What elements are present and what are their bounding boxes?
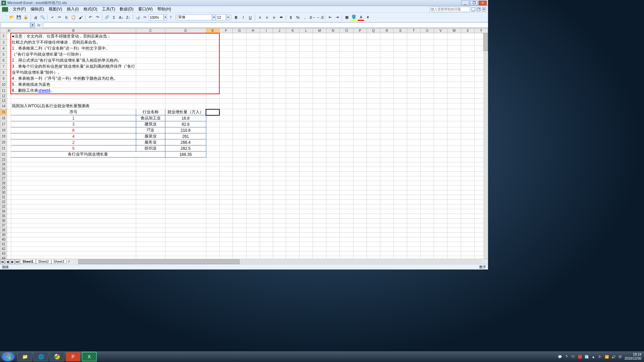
cell-K26[interactable]	[286, 172, 300, 176]
cell-F43[interactable]	[219, 251, 233, 256]
cell-L42[interactable]	[300, 247, 313, 251]
cell-U23[interactable]	[420, 158, 434, 162]
cell-L41[interactable]	[300, 242, 313, 247]
cell-V5[interactable]	[434, 51, 447, 57]
cell-F13[interactable]	[219, 99, 233, 103]
cell-F30[interactable]	[219, 190, 233, 195]
cell-R4[interactable]	[380, 45, 394, 51]
cell-W23[interactable]	[447, 158, 461, 162]
cell-R10[interactable]	[380, 81, 394, 87]
cell-A17[interactable]	[7, 121, 11, 127]
cell-E12[interactable]	[206, 94, 219, 99]
cell-C31[interactable]	[136, 195, 165, 200]
cell-W15[interactable]	[447, 109, 461, 115]
merge-center-button[interactable]: ⬌	[278, 14, 284, 21]
cell-E37[interactable]	[206, 223, 219, 228]
col-header-N[interactable]: N	[326, 28, 340, 33]
cell-P26[interactable]	[353, 172, 367, 176]
cell-D33[interactable]	[165, 204, 206, 209]
cell-B9[interactable]: 4．将表格第一列（"序号"这一列）中的数字颜色设为红色。	[11, 75, 136, 81]
paste-button[interactable]: 📋	[70, 14, 77, 21]
cell-E14[interactable]	[206, 103, 219, 109]
cell-U33[interactable]	[420, 204, 434, 209]
cell-F14[interactable]	[219, 103, 233, 109]
cell-R42[interactable]	[380, 247, 394, 251]
cell-F36[interactable]	[219, 219, 233, 223]
cell-U41[interactable]	[420, 242, 434, 247]
cell-D2[interactable]	[165, 33, 206, 40]
cell-K38[interactable]	[286, 228, 300, 233]
cell-I26[interactable]	[260, 172, 273, 176]
cell-K20[interactable]	[286, 139, 300, 145]
cell-D9[interactable]	[165, 75, 206, 81]
cell-K23[interactable]	[286, 158, 300, 162]
cell-W43[interactable]	[447, 251, 461, 256]
cell-Q36[interactable]	[367, 219, 380, 223]
cell-A7[interactable]	[7, 63, 11, 69]
cell-D35[interactable]	[165, 214, 206, 219]
cell-S35[interactable]	[394, 214, 407, 219]
row-header-20[interactable]: 20	[0, 139, 7, 145]
cell-V34[interactable]	[434, 209, 447, 214]
cell-T10[interactable]	[407, 81, 421, 87]
cell-I2[interactable]	[260, 33, 273, 40]
tray-help-icon[interactable]: ?	[564, 354, 569, 359]
cell-J4[interactable]	[273, 45, 286, 51]
cell-M40[interactable]	[313, 237, 326, 242]
cell-N23[interactable]	[326, 158, 340, 162]
cell-P32[interactable]	[353, 200, 367, 204]
cell-Q32[interactable]	[367, 200, 380, 204]
cell-Q6[interactable]	[367, 57, 380, 63]
cell-J29[interactable]	[273, 186, 286, 190]
cell-K29[interactable]	[286, 186, 300, 190]
cell-W24[interactable]	[447, 162, 461, 167]
cell-P7[interactable]	[353, 63, 367, 69]
cell-X9[interactable]	[461, 75, 474, 81]
cell-E2[interactable]	[206, 33, 219, 40]
cell-V44[interactable]	[434, 256, 447, 259]
cell-I17[interactable]	[260, 121, 273, 127]
cell-R32[interactable]	[380, 200, 394, 204]
cell-G37[interactable]	[233, 223, 246, 228]
cell-K41[interactable]	[286, 242, 300, 247]
cell-H25[interactable]	[246, 167, 260, 172]
cell-K36[interactable]	[286, 219, 300, 223]
align-right-button[interactable]: ≡	[271, 14, 277, 21]
cell-F35[interactable]	[219, 214, 233, 219]
cell-T14[interactable]	[407, 103, 421, 109]
cell-W20[interactable]	[447, 139, 461, 145]
cell-H10[interactable]	[246, 81, 260, 87]
cell-K16[interactable]	[286, 115, 300, 121]
cell-S13[interactable]	[394, 99, 407, 103]
cell-B6[interactable]: 2．用公式求出"各行业平均就业增长量"填入相应的单元格内。	[11, 57, 136, 63]
cell-C30[interactable]	[136, 190, 165, 195]
cell-B33[interactable]	[11, 204, 136, 209]
cell-L2[interactable]	[300, 33, 313, 40]
cell-H43[interactable]	[246, 251, 260, 256]
cell-T21[interactable]	[407, 145, 421, 152]
cell-B36[interactable]	[11, 219, 136, 223]
cell-C44[interactable]	[136, 256, 165, 259]
cell-E19[interactable]	[206, 133, 219, 139]
cell-R26[interactable]	[380, 172, 394, 176]
cell-H33[interactable]	[246, 204, 260, 209]
cell-U35[interactable]	[420, 214, 434, 219]
cell-B21[interactable]: 5	[11, 145, 136, 152]
cell-A25[interactable]	[7, 167, 11, 172]
cell-U30[interactable]	[420, 190, 434, 195]
cell-F42[interactable]	[219, 247, 233, 251]
cell-J16[interactable]	[273, 115, 286, 121]
cell-A42[interactable]	[7, 247, 11, 251]
cell-W3[interactable]	[447, 39, 461, 45]
cell-M24[interactable]	[313, 162, 326, 167]
cell-N4[interactable]	[326, 45, 340, 51]
row-header-2[interactable]: 2	[0, 33, 7, 40]
cell-D36[interactable]	[165, 219, 206, 223]
cell-N39[interactable]	[326, 233, 340, 237]
cell-B34[interactable]	[11, 209, 136, 214]
cell-J7[interactable]	[273, 63, 286, 69]
menu-file[interactable]: 文件(F)	[11, 6, 28, 13]
cell-M44[interactable]	[313, 256, 326, 259]
cell-G3[interactable]	[233, 39, 246, 45]
tray-clock[interactable]: 18:18 2018/12/30	[625, 353, 641, 361]
